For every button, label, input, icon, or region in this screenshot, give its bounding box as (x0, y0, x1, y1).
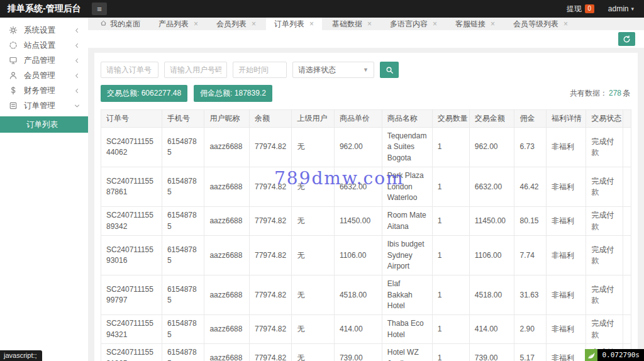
order-list-card: 请选择状态 ▼ 交易总额: 6062277.48 佣金总额: 187839.2 (94, 53, 638, 361)
table-cell: 739.00 (469, 344, 514, 361)
table-cell: 31.63 (514, 275, 547, 315)
table-cell: 无 (292, 344, 334, 361)
site-icon (9, 41, 18, 50)
table-cell: 完成付款 (586, 167, 623, 207)
tab-close-icon[interactable]: × (194, 19, 198, 28)
sidebar-item[interactable]: 系统设置 (0, 23, 88, 38)
filter-row: 请选择状态 ▼ (101, 62, 631, 78)
table-cell: 1 (432, 344, 469, 361)
table-cell: 非福利 (547, 275, 586, 315)
table-cell: 无 (292, 236, 334, 275)
tab-close-icon[interactable]: × (309, 19, 314, 28)
table-cell (623, 128, 631, 167)
tab-label: 客服链接 (455, 19, 486, 30)
table-cell: 6632.00 (334, 167, 382, 207)
table-cell: 962.00 (334, 128, 382, 167)
product-icon (9, 56, 18, 65)
col-balance: 余额 (250, 110, 292, 128)
summary-row: 交易总额: 6062277.48 佣金总额: 187839.2 共有数据：278… (101, 85, 631, 102)
debug-timer-badge: 0.072790s (585, 349, 644, 361)
table-cell: SC24071115587861 (101, 167, 162, 207)
tab-item[interactable]: 会员列表× (208, 18, 264, 30)
table-cell: SC24071115599797 (101, 275, 162, 315)
table-cell: Park Plaza London Waterloo (382, 167, 432, 207)
search-icon (386, 66, 394, 74)
table-cell: 2.90 (514, 315, 547, 344)
sidebar-item[interactable]: 产品管理 (0, 53, 88, 68)
table-cell: 非福利 (547, 344, 586, 361)
table-cell: aazz6688 (204, 236, 250, 275)
sidebar-item[interactable]: 订单管理 (0, 98, 88, 113)
tab-close-icon[interactable]: × (433, 19, 437, 28)
col-quantity: 交易数量 (432, 110, 469, 128)
table-cell (623, 236, 631, 275)
hamburger-menu-icon[interactable]: ≡ (92, 3, 107, 15)
chevron-down-icon: ▼ (363, 67, 369, 73)
sidebar-item-label: 站点设置 (24, 40, 55, 51)
table-cell: aazz6688 (204, 344, 250, 361)
tab-close-icon[interactable]: × (564, 19, 568, 28)
tab-item[interactable]: 会员等级列表× (505, 18, 576, 30)
user-no-input[interactable] (164, 62, 227, 78)
table-cell: 77974.82 (250, 128, 292, 167)
table-cell: 非福利 (547, 128, 586, 167)
table-cell: 11450.00 (469, 207, 514, 236)
table-cell: 1 (432, 207, 469, 236)
sidebar-item[interactable]: 财务管理 (0, 83, 88, 98)
sidebar-item[interactable]: 站点设置 (0, 38, 88, 53)
table-cell: Room Mate Aitana (382, 207, 432, 236)
table-cell: 完成付款 (586, 315, 623, 344)
col-commission: 佣金 (514, 110, 547, 128)
table-cell: 6632.00 (469, 167, 514, 207)
table-cell: 完成付款 (586, 275, 623, 315)
table-cell: 无 (292, 167, 334, 207)
gear-icon (9, 26, 18, 35)
order-no-input[interactable] (101, 62, 158, 78)
tab-label: 订单列表 (274, 19, 304, 30)
sidebar-item-label: 订单管理 (24, 101, 55, 111)
table-cell: Elaf Bakkah Hotel (382, 275, 432, 315)
table-cell: 1 (432, 128, 469, 167)
tab-label: 会员列表 (216, 19, 247, 30)
start-time-input[interactable] (233, 62, 287, 78)
table-cell: Ibis budget Sydney Airport (382, 236, 432, 275)
orders-table: 订单号 手机号 用户昵称 余额 上级用户 商品单价 商品名称 交易数量 交易金额… (101, 109, 631, 361)
user-menu[interactable]: admin ▾ (608, 4, 634, 13)
refresh-button[interactable] (618, 32, 635, 46)
table-cell: 7.74 (514, 236, 547, 275)
tab-item[interactable]: 产品列表× (150, 18, 206, 30)
table-cell: 6.73 (514, 128, 547, 167)
sidebar-item[interactable]: 会员管理 (0, 68, 88, 83)
table-row: SC2407111554406261548785aazz668877974.82… (101, 128, 631, 167)
table-cell (623, 315, 631, 344)
tab-item[interactable]: 我的桌面 (92, 18, 148, 30)
col-unit-price: 商品单价 (334, 110, 382, 128)
tab-close-icon[interactable]: × (367, 19, 372, 28)
table-cell: SC24071115591865 (101, 344, 162, 361)
tab-item[interactable]: 基础数据× (324, 18, 380, 30)
table-row: SC2407111559979761548785aazz668877974.82… (101, 275, 631, 315)
col-product-name: 商品名称 (382, 110, 432, 128)
status-select[interactable]: 请选择状态 ▼ (292, 62, 374, 78)
table-cell: 非福利 (547, 315, 586, 344)
tab-close-icon[interactable]: × (491, 19, 495, 28)
table-body: SC2407111554406261548785aazz668877974.82… (101, 128, 631, 361)
table-cell: 414.00 (469, 315, 514, 344)
tab-close-icon[interactable]: × (252, 19, 256, 28)
table-cell: 77974.82 (250, 167, 292, 207)
trade-total-value: 6062277.48 (142, 89, 181, 97)
table-cell: 80.15 (514, 207, 547, 236)
tab-item[interactable]: 订单列表× (266, 18, 322, 30)
header-right: 提现 0 admin ▾ (567, 4, 644, 14)
record-count-unit: 条 (623, 89, 630, 97)
table-cell: 1106.00 (469, 236, 514, 275)
tab-item[interactable]: 多语言内容× (382, 18, 445, 30)
search-button[interactable] (380, 62, 399, 78)
home-icon (100, 19, 107, 28)
tab-item[interactable]: 客服链接× (447, 18, 503, 30)
commission-total-value: 187839.2 (235, 89, 266, 97)
chevron-left-icon (74, 87, 80, 94)
sidebar-item-order-list[interactable]: 订单列表 (0, 116, 88, 133)
table-cell: Thaba Eco Hotel (382, 315, 432, 344)
withdraw-button[interactable]: 提现 0 (567, 4, 594, 14)
